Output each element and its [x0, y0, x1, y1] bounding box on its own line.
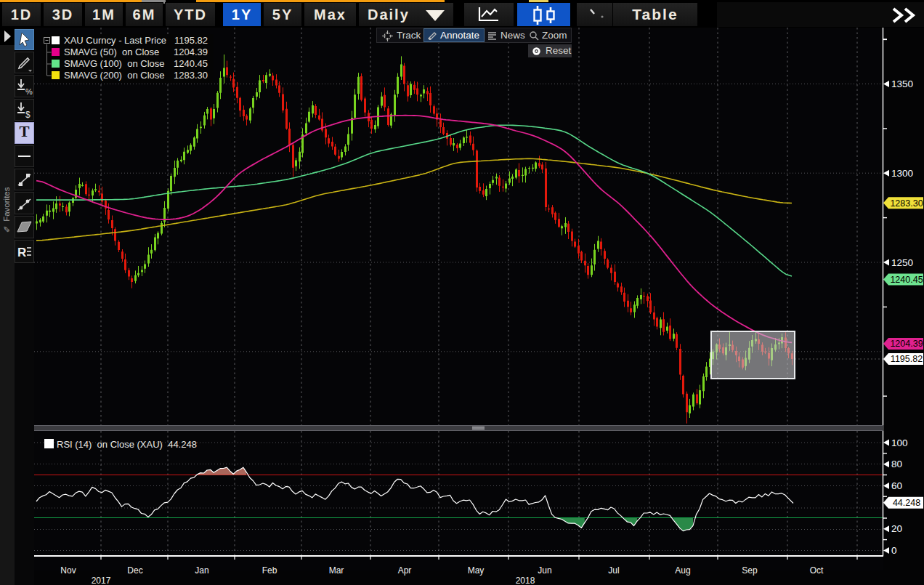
svg-text:2017: 2017 — [92, 576, 111, 585]
svg-text:80: 80 — [891, 459, 902, 469]
svg-text:1240.45: 1240.45 — [890, 275, 923, 285]
svg-text:Dec: Dec — [127, 565, 142, 576]
svg-text:Mar: Mar — [329, 565, 344, 576]
svg-text:%: % — [25, 87, 33, 96]
svg-text:Apr: Apr — [398, 565, 412, 576]
svg-text:1300: 1300 — [891, 168, 913, 179]
svg-text:60: 60 — [891, 480, 902, 491]
svg-text:R: R — [17, 246, 26, 259]
svg-text:1195.82: 1195.82 — [891, 354, 923, 364]
svg-text:100: 100 — [891, 437, 908, 448]
svg-text:May: May — [468, 565, 485, 576]
svg-text:Jan: Jan — [195, 565, 208, 576]
svg-text:Oct: Oct — [810, 565, 824, 576]
svg-text:Nov: Nov — [60, 565, 76, 576]
svg-text:44.248: 44.248 — [893, 498, 920, 508]
svg-text:0: 0 — [891, 545, 897, 556]
svg-text:Aug: Aug — [675, 565, 690, 576]
svg-text:1350: 1350 — [891, 78, 913, 89]
svg-text:RSI (14) on Close (XAU) 44.2: RSI (14) on Close (XAU) 44.248 — [57, 439, 197, 450]
svg-text:Jul: Jul — [608, 565, 619, 576]
svg-text:1250: 1250 — [891, 257, 913, 268]
svg-text:20: 20 — [891, 523, 902, 534]
svg-text:1283.30: 1283.30 — [890, 198, 923, 209]
svg-text:Sep: Sep — [742, 565, 758, 576]
svg-text:Feb: Feb — [262, 565, 277, 576]
svg-text:$: $ — [25, 110, 31, 120]
svg-text:1204.39: 1204.39 — [890, 339, 923, 349]
svg-text:Jun: Jun — [538, 565, 551, 576]
svg-text:2018: 2018 — [516, 576, 535, 585]
